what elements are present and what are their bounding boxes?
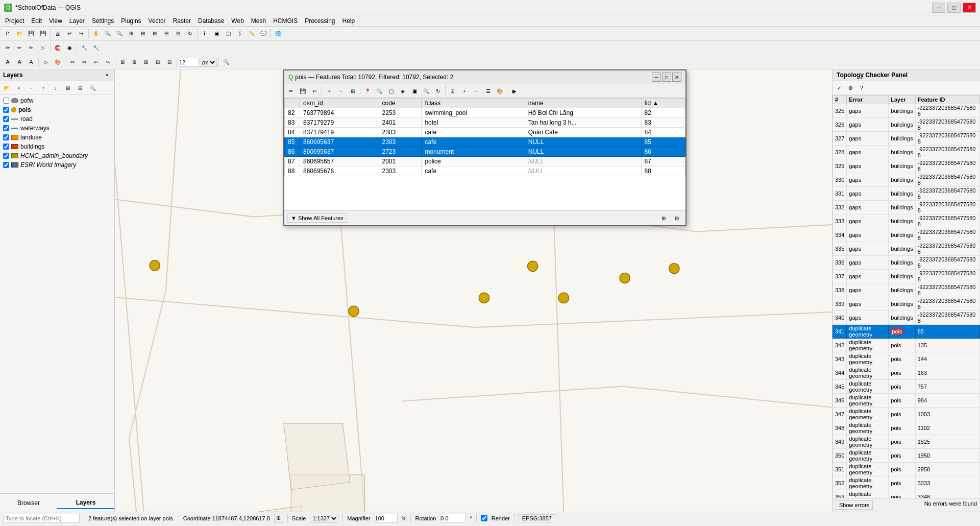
add-group-btn[interactable]: +: [13, 82, 24, 93]
menu-plugins[interactable]: Plugins: [118, 16, 144, 26]
edit-btn2[interactable]: ✂: [79, 57, 90, 68]
dialog-close-btn[interactable]: ✕: [672, 73, 681, 82]
digitize-btn1[interactable]: ✏: [2, 42, 13, 54]
topo-table-row[interactable]: 326 gaps buildings -922337203685477580​8: [833, 118, 980, 132]
refresh-button[interactable]: ↻: [184, 28, 195, 39]
actions-btn[interactable]: ▶: [509, 85, 520, 97]
save-edits-btn[interactable]: 💾: [297, 85, 308, 97]
snap-btn[interactable]: 🧲: [52, 42, 63, 54]
topo-table-row[interactable]: 348 duplicate geometry pois 1102: [833, 421, 980, 435]
layer-checkbox-esri[interactable]: [3, 162, 9, 168]
scale-select[interactable]: 1:1327: [310, 514, 338, 523]
layers-tab[interactable]: Layers: [57, 497, 114, 509]
select-button[interactable]: ▣: [211, 28, 222, 39]
topo-table-row[interactable]: 335 gaps buildings -922337203685477580​8: [833, 242, 980, 256]
undo-button[interactable]: ↩: [64, 28, 75, 39]
menu-view[interactable]: View: [46, 16, 65, 26]
topo-table-row[interactable]: 333 gaps buildings -922337203685477580​8: [833, 214, 980, 228]
edit-btn4[interactable]: ↪: [102, 57, 113, 68]
dock-btn[interactable]: ⊟: [671, 212, 682, 224]
collapse-all-btn[interactable]: ⊟: [75, 82, 86, 93]
table-row[interactable]: 87 860695657 2001 police NULL 87: [285, 157, 685, 166]
menu-web[interactable]: Web: [228, 16, 247, 26]
vector-tools-btn[interactable]: ▷: [40, 57, 52, 68]
zoom-next-button[interactable]: ⊟: [173, 28, 184, 39]
digitize-btn2[interactable]: ✏: [14, 42, 25, 54]
layer-checkbox-pofw[interactable]: [3, 98, 9, 104]
duplicate-btn[interactable]: ⊞: [347, 85, 358, 97]
menu-processing[interactable]: Processing: [302, 16, 338, 26]
topo-table-row[interactable]: 337 gaps buildings -922337203685477580​8: [833, 270, 980, 283]
switch-view-btn[interactable]: ⊞: [658, 212, 669, 224]
layer-checkbox-buildings[interactable]: [3, 144, 9, 150]
menu-edit[interactable]: Edit: [28, 16, 45, 26]
topo-table-row[interactable]: 331 gaps buildings -922337203685477580​8: [833, 187, 980, 201]
topo-table-row[interactable]: 325 gaps buildings -922337203685477580​8: [833, 104, 980, 118]
dialog-minimize-btn[interactable]: ─: [652, 73, 661, 82]
deselect-all-btn[interactable]: ▢: [385, 85, 397, 97]
label-btn2[interactable]: A: [14, 57, 25, 68]
topo-table-row[interactable]: 341 duplicate geometry pois 85: [833, 325, 980, 339]
browser-tab[interactable]: Browser: [0, 497, 57, 509]
coordinate-crs-icon[interactable]: ⊕: [274, 514, 283, 523]
show-errors-btn[interactable]: Show errors: [836, 500, 873, 510]
topo-table-row[interactable]: 329 gaps buildings -922337203685477580​8: [833, 159, 980, 173]
measure-button[interactable]: 📏: [246, 28, 257, 39]
col-osm-id[interactable]: osm_id: [300, 99, 379, 108]
table-row[interactable]: 82 763779894 2253 swimming_pool Hồ Bơi C…: [285, 108, 685, 118]
menu-help[interactable]: Help: [339, 16, 358, 26]
topo-table-row[interactable]: 350 duplicate geometry pois 1950: [833, 449, 980, 463]
topo-table-row[interactable]: 349 duplicate geometry pois 1525: [833, 435, 980, 449]
topo-table-row[interactable]: 332 gaps buildings -922337203685477580​8: [833, 201, 980, 214]
close-button[interactable]: ✕: [963, 3, 976, 13]
zoom-selection-button[interactable]: ⊞: [137, 28, 149, 39]
adv-btn5[interactable]: ⊟: [164, 57, 175, 68]
layer-checkbox-hcmc[interactable]: [3, 153, 9, 159]
label-btn1[interactable]: A: [2, 57, 13, 68]
locate-bar-input[interactable]: [3, 514, 80, 523]
topo-table-row[interactable]: 328 gaps buildings -922337203685477580​8: [833, 146, 980, 159]
topo-col-layer[interactable]: Layer: [889, 95, 915, 104]
topo-help-btn[interactable]: ?: [856, 83, 867, 93]
zoom-out-button[interactable]: 🔍: [114, 28, 125, 39]
topology-table-container[interactable]: # Error Layer Feature ID 325 gaps buildi…: [832, 95, 980, 498]
identify-button[interactable]: ℹ: [199, 28, 210, 39]
col-rownum[interactable]: [285, 99, 300, 108]
menu-mesh[interactable]: Mesh: [248, 16, 269, 26]
menu-vector[interactable]: Vector: [145, 16, 169, 26]
menu-settings[interactable]: Settings: [89, 16, 117, 26]
new-project-button[interactable]: 🗋: [2, 28, 13, 39]
table-row[interactable]: 83 837179279 2401 hotel Tan hai long 3 h…: [285, 118, 685, 128]
save-project-button[interactable]: 💾: [26, 28, 37, 39]
topo-settings-btn[interactable]: ⚙: [845, 83, 855, 93]
layer-checkbox-waterways[interactable]: [3, 125, 9, 131]
refresh-btn-table[interactable]: ↻: [432, 85, 444, 97]
magnifier-input[interactable]: [375, 514, 398, 523]
plugin-btn2[interactable]: 🔧: [90, 42, 102, 54]
pan-button[interactable]: ✋: [90, 28, 102, 39]
new-field-btn[interactable]: +: [459, 85, 470, 97]
topo-col-error[interactable]: Error: [847, 95, 889, 104]
conditional-format-btn[interactable]: 🎨: [494, 85, 505, 97]
table-row[interactable]: 88 860695676 2303 cafe NULL 88: [285, 166, 685, 176]
topo-col-num[interactable]: #: [833, 95, 847, 104]
add-feature-btn[interactable]: +: [324, 85, 335, 97]
layer-item-waterways[interactable]: waterways: [1, 124, 113, 133]
filter-btn-table[interactable]: 🔍: [421, 85, 432, 97]
move-up-btn[interactable]: ↑: [38, 82, 49, 93]
annotations-button[interactable]: 💬: [258, 28, 269, 39]
topo-table-row[interactable]: 327 gaps buildings -922337203685477580​8: [833, 132, 980, 146]
save-as-button[interactable]: 💾: [37, 28, 48, 39]
table-row[interactable]: 85 860695637 2303 cafe NULL 85: [285, 137, 685, 147]
label-btn3[interactable]: A: [26, 57, 37, 68]
topo-table-row[interactable]: 342 duplicate geometry pois 135: [833, 339, 980, 352]
topo-table-row[interactable]: 330 gaps buildings -922337203685477580​8: [833, 173, 980, 187]
topo-table-row[interactable]: 343 duplicate geometry pois 144: [833, 352, 980, 366]
topo-table-row[interactable]: 344 duplicate geometry pois 163: [833, 366, 980, 380]
restore-button[interactable]: □: [947, 3, 961, 13]
field-calc-btn[interactable]: Σ: [447, 85, 458, 97]
crs-button[interactable]: EPSG:3857: [519, 514, 555, 522]
layer-item-pois[interactable]: pois: [1, 105, 113, 114]
style-btn[interactable]: 🎨: [52, 57, 63, 68]
minimize-button[interactable]: ─: [932, 3, 945, 13]
